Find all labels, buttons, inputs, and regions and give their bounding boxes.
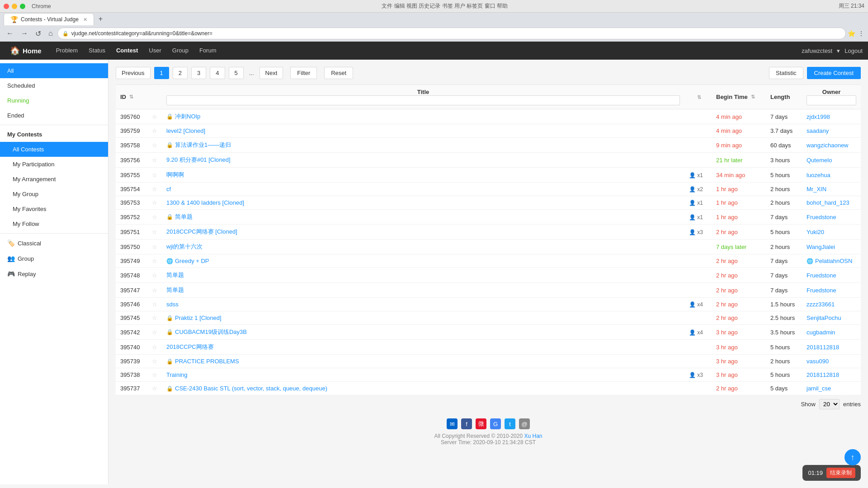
user-menu[interactable]: zafuwzctest bbox=[802, 47, 832, 54]
star-icon[interactable]: ☆ bbox=[152, 358, 157, 365]
star-icon[interactable]: ☆ bbox=[152, 244, 157, 250]
star-icon[interactable]: ☆ bbox=[152, 258, 157, 264]
contest-title-link[interactable]: 2018CCPC网络赛 [Cloned] bbox=[166, 228, 237, 235]
nav-contest[interactable]: Contest bbox=[111, 42, 143, 60]
contest-title-link[interactable]: 2018CCPC网络赛 bbox=[166, 343, 214, 350]
star-icon[interactable]: ☆ bbox=[152, 314, 157, 321]
sidebar-my-participation[interactable]: My Participation bbox=[0, 157, 108, 172]
star-icon[interactable]: ☆ bbox=[152, 142, 157, 149]
sidebar-replay[interactable]: 🎮 Replay bbox=[0, 266, 108, 282]
sidebar-item-all[interactable]: All bbox=[0, 63, 108, 78]
cell-star[interactable]: ☆ bbox=[147, 183, 162, 196]
sidebar-classical[interactable]: 🏷️ Classical bbox=[0, 235, 108, 251]
owner-link[interactable]: saadany bbox=[807, 127, 829, 134]
page-3-button[interactable]: 3 bbox=[191, 67, 206, 79]
star-icon[interactable]: ☆ bbox=[152, 329, 157, 336]
owner-link[interactable]: Fruedstone bbox=[807, 214, 836, 221]
statistic-button[interactable]: Statistic bbox=[769, 67, 803, 79]
sidebar-item-scheduled[interactable]: Scheduled bbox=[0, 78, 108, 93]
contest-title-link[interactable]: 简单题 bbox=[166, 286, 184, 293]
cell-star[interactable]: ☆ bbox=[147, 210, 162, 225]
nav-forward-button[interactable]: → bbox=[18, 28, 31, 39]
star-icon[interactable]: ☆ bbox=[152, 157, 157, 164]
owner-link[interactable]: 2018112818 bbox=[807, 371, 839, 378]
cell-star[interactable]: ☆ bbox=[147, 196, 162, 210]
contest-title-link[interactable]: wji的第十六次 bbox=[166, 243, 203, 250]
nav-group[interactable]: Group bbox=[167, 42, 194, 60]
cell-star[interactable]: ☆ bbox=[147, 325, 162, 340]
owner-link[interactable]: Fruedstone bbox=[807, 287, 836, 294]
star-icon[interactable]: ☆ bbox=[152, 272, 157, 279]
cell-star[interactable]: ☆ bbox=[147, 168, 162, 183]
cell-star[interactable]: ☆ bbox=[147, 239, 162, 254]
cell-star[interactable]: ☆ bbox=[147, 311, 162, 325]
cell-star[interactable]: ☆ bbox=[147, 138, 162, 153]
contest-title-link[interactable]: level2 [Cloned] bbox=[166, 127, 205, 134]
cell-star[interactable]: ☆ bbox=[147, 254, 162, 268]
page-2-button[interactable]: 2 bbox=[173, 67, 188, 79]
cell-star[interactable]: ☆ bbox=[147, 124, 162, 138]
contest-title-link[interactable]: 9.20 积分赛#01 [Cloned] bbox=[166, 156, 231, 163]
contest-title-link[interactable]: CUGBACM19级训练Day3B bbox=[175, 328, 247, 335]
cell-star[interactable]: ☆ bbox=[147, 382, 162, 395]
contest-title-link[interactable]: Greedy + DP bbox=[175, 258, 209, 264]
sidebar-my-arrangement[interactable]: My Arrangement bbox=[0, 172, 108, 187]
contest-title-link[interactable]: Training bbox=[166, 371, 187, 378]
minimize-button[interactable] bbox=[12, 4, 17, 9]
title-search-input[interactable] bbox=[166, 95, 680, 105]
owner-search-input[interactable] bbox=[807, 95, 856, 105]
page-4-button[interactable]: 4 bbox=[210, 67, 225, 79]
nav-status[interactable]: Status bbox=[83, 42, 111, 60]
create-contest-button[interactable]: Create Contest bbox=[807, 67, 861, 79]
maximize-button[interactable] bbox=[20, 4, 25, 9]
contest-title-link[interactable]: CSE-2430 Basic STL (sort, vector, stack,… bbox=[175, 385, 327, 392]
owner-link[interactable]: vasu090 bbox=[807, 358, 829, 365]
next-page-button[interactable]: Next bbox=[259, 67, 283, 79]
contest-title-link[interactable]: 冲刺NOIp bbox=[175, 113, 200, 120]
sina-icon[interactable]: 微 bbox=[476, 418, 486, 429]
star-icon[interactable]: ☆ bbox=[152, 287, 157, 294]
star-icon[interactable]: ☆ bbox=[152, 229, 157, 235]
cell-star[interactable]: ☆ bbox=[147, 298, 162, 311]
owner-link[interactable]: Fruedstone bbox=[807, 272, 836, 279]
close-button[interactable] bbox=[4, 4, 9, 9]
email-icon[interactable]: @ bbox=[519, 418, 530, 429]
contest-title-link[interactable]: 简单题 bbox=[175, 213, 193, 220]
star-icon[interactable]: ☆ bbox=[152, 113, 157, 120]
logout-button[interactable]: Logout bbox=[844, 47, 863, 54]
id-sort-icon[interactable]: ⇅ bbox=[129, 94, 133, 100]
page-1-button[interactable]: 1 bbox=[154, 67, 169, 79]
sidebar-item-running[interactable]: Running bbox=[0, 93, 108, 108]
owner-link[interactable]: bohot_hard_123 bbox=[807, 199, 849, 206]
contest-title-link[interactable]: sdss bbox=[166, 301, 179, 308]
site-brand[interactable]: 🏠 Home bbox=[5, 46, 46, 56]
contest-title-link[interactable]: cf bbox=[166, 186, 171, 192]
owner-link[interactable]: wangzichaonew bbox=[807, 142, 849, 149]
owner-link[interactable]: luozehua bbox=[807, 172, 830, 178]
address-bar[interactable]: 🔒 vjudge.net/contest#category=all&runnin… bbox=[57, 28, 846, 39]
owner-link[interactable]: Yuki20 bbox=[807, 229, 824, 235]
nav-refresh-button[interactable]: ↺ bbox=[33, 28, 44, 40]
extensions-icon[interactable]: ⭐ bbox=[848, 30, 855, 37]
nav-home-button[interactable]: ⌂ bbox=[46, 28, 56, 39]
star-icon[interactable]: ☆ bbox=[152, 344, 157, 351]
sidebar-my-contests-header[interactable]: My Contests bbox=[0, 127, 108, 142]
star-icon[interactable]: ☆ bbox=[152, 214, 157, 221]
facebook-icon[interactable]: f bbox=[461, 418, 472, 429]
star-icon[interactable]: ☆ bbox=[152, 371, 157, 378]
contest-title-link[interactable]: Praktiz 1 [Cloned] bbox=[175, 314, 222, 321]
nav-forum[interactable]: Forum bbox=[194, 42, 222, 60]
menu-icon[interactable]: ⋮ bbox=[858, 30, 864, 37]
entries-select[interactable]: 20 10 30 50 bbox=[819, 399, 840, 409]
sidebar-group[interactable]: 👥 Group bbox=[0, 251, 108, 266]
reset-button[interactable]: Reset bbox=[324, 67, 353, 79]
nav-user[interactable]: User bbox=[143, 42, 166, 60]
google-icon[interactable]: G bbox=[490, 418, 501, 429]
cell-star[interactable]: ☆ bbox=[147, 355, 162, 368]
contest-title-link[interactable]: 简单题 bbox=[166, 272, 184, 278]
owner-link[interactable]: zzzz33661 bbox=[807, 301, 835, 308]
sidebar-all-contests[interactable]: All Contests bbox=[0, 142, 108, 157]
cell-star[interactable]: ☆ bbox=[147, 225, 162, 239]
nav-back-button[interactable]: ← bbox=[4, 28, 16, 39]
previous-page-button[interactable]: Previous bbox=[116, 67, 151, 79]
